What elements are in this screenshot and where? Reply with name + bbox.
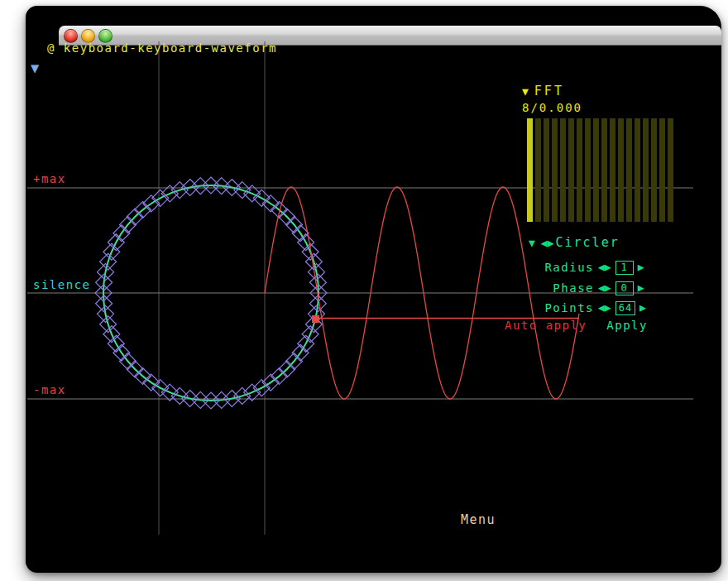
- fft-bar: [668, 118, 673, 222]
- circler-panel-header: ▼ ◀ ▶ Circler: [529, 235, 620, 250]
- collapse-triangle-icon[interactable]: ▼: [31, 61, 39, 75]
- circler-collapse-icon[interactable]: ▼: [529, 237, 535, 249]
- radius-increment-button[interactable]: ▶: [605, 262, 611, 273]
- radius-step-button[interactable]: ▶: [638, 262, 644, 273]
- fft-bar: [535, 118, 541, 222]
- phase-input[interactable]: 0: [615, 281, 634, 295]
- waveform-marker[interactable]: [312, 315, 319, 323]
- fft-bar: [601, 118, 607, 222]
- fft-readout: 8/0.000: [522, 101, 582, 114]
- points-label: Points: [495, 301, 594, 315]
- radius-field-row: Radius ◀ ▶ 1 ▶: [495, 259, 644, 276]
- points-decrement-button[interactable]: ◀: [598, 302, 605, 314]
- fft-bar: [577, 118, 582, 222]
- fft-collapse-icon[interactable]: ▼: [522, 85, 529, 98]
- phase-increment-button[interactable]: ▶: [605, 282, 611, 294]
- menu-button[interactable]: Menu: [461, 512, 496, 527]
- fft-bar: [560, 118, 566, 222]
- fft-bar: [585, 118, 591, 222]
- radius-input[interactable]: 1: [615, 261, 634, 275]
- fft-bar: [552, 118, 558, 222]
- radius-decrement-button[interactable]: ◀: [598, 262, 605, 273]
- fft-bar: [643, 118, 649, 222]
- circler-next-icon[interactable]: ▶: [548, 237, 554, 249]
- points-step-button[interactable]: ▶: [639, 302, 646, 314]
- axis-label-silence: silence: [33, 278, 91, 291]
- fft-panel-title: FFT: [534, 84, 564, 98]
- fft-bar: [610, 118, 615, 222]
- fft-panel-header: ▼ FFT: [522, 84, 564, 98]
- apply-row: Auto apply Apply: [505, 319, 648, 332]
- axis-label-plus-max: +max: [33, 172, 66, 185]
- axis-label-minus-max: -max: [33, 383, 66, 396]
- patch-title: @ keyboard-keyboard-waveform: [47, 41, 277, 55]
- circler-panel-title: Circler: [555, 235, 619, 250]
- points-field-row: Points ◀ ▶ 64 ▶: [495, 300, 646, 316]
- fft-bar: [626, 118, 632, 222]
- fft-bar: [651, 118, 657, 222]
- apply-button[interactable]: Apply: [606, 319, 648, 332]
- fft-bar: [635, 118, 640, 222]
- radius-label: Radius: [495, 261, 594, 274]
- fft-bar-highlight: [527, 118, 533, 222]
- fft-bar: [568, 118, 574, 222]
- points-increment-button[interactable]: ▶: [605, 302, 611, 314]
- phase-label: Phase: [495, 281, 594, 295]
- fft-bar: [593, 118, 599, 222]
- phase-field-row: Phase ◀ ▶ 0 ▶: [495, 280, 644, 296]
- circler-prev-icon[interactable]: ◀: [541, 237, 548, 249]
- points-input[interactable]: 64: [615, 301, 635, 315]
- auto-apply-toggle[interactable]: Auto apply: [505, 319, 587, 332]
- fft-bar: [544, 118, 549, 222]
- fft-bar: [618, 118, 624, 222]
- phase-step-button[interactable]: ▶: [638, 282, 644, 294]
- phase-decrement-button[interactable]: ◀: [598, 282, 605, 294]
- fft-bar: [659, 118, 665, 222]
